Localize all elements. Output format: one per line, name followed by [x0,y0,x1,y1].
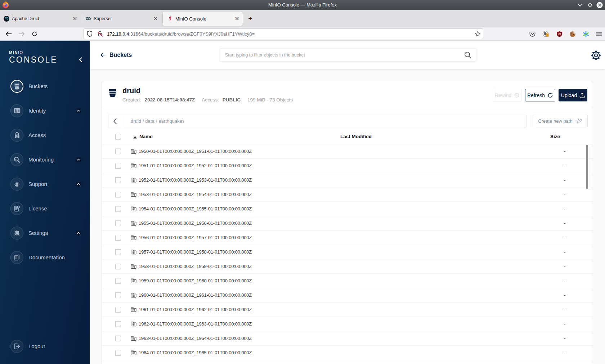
sidebar-item-logout[interactable]: Logout [0,338,90,355]
object-name[interactable]: 1954-01-01T00:00:00.000Z_1955-01-01T00:0… [139,202,252,216]
sidebar-item-buckets[interactable]: Buckets [0,78,90,95]
table-scrollbar-thumb[interactable] [586,145,588,189]
row-checkbox[interactable] [115,321,121,327]
sidebar-item-license[interactable]: License [0,200,90,217]
rewind-button[interactable]: Rewind [493,89,522,101]
table-row[interactable]: 1950-01-01T00:00:00.000Z_1951-01-01T00:0… [102,144,593,159]
row-checkbox[interactable] [115,278,121,284]
select-all-checkbox[interactable] [115,134,121,140]
row-checkbox[interactable] [115,163,121,169]
refresh-button[interactable]: Refresh [525,89,555,101]
column-header-size[interactable]: Size [550,134,560,139]
object-name[interactable]: 1959-01-01T00:00:00.000Z_1960-01-01T00:0… [139,274,252,288]
table-row[interactable]: 1962-01-01T00:00:00.000Z_1963-01-01T00:0… [102,317,593,331]
sidebar-item-label: Documentation [28,249,65,266]
row-checkbox[interactable] [115,249,121,255]
sort-ascending-icon[interactable] [133,136,137,138]
folder-object-icon [131,307,136,312]
table-row[interactable]: 1958-01-01T00:00:00.000Z_1959-01-01T00:0… [102,259,593,274]
upload-button[interactable]: Upload [559,89,587,101]
table-row[interactable]: 1951-01-01T00:00:00.000Z_1952-01-01T00:0… [102,159,593,173]
ublock-extension-icon[interactable]: uO [556,31,563,37]
object-name[interactable]: 1964-01-01T00:00:00.000Z_1965-01-01T00:0… [139,346,252,360]
sidebar-collapse-icon[interactable] [77,56,84,63]
sidebar-item-support[interactable]: Support [0,176,90,193]
back-button[interactable] [4,29,14,39]
table-row[interactable]: 1952-01-01T00:00:00.000Z_1953-01-01T00:0… [102,173,593,187]
url-bar[interactable]: 172.18.0.4:31664/buckets/druid/browse/ZG… [83,28,483,39]
row-checkbox[interactable] [115,192,121,197]
cookie-extension-icon[interactable] [569,31,576,37]
table-row[interactable]: 1959-01-01T00:00:00.000Z_1960-01-01T00:0… [102,274,593,288]
object-name[interactable]: 1950-01-01T00:00:00.000Z_1951-01-01T00:0… [139,144,252,159]
tab-minio-console[interactable]: MinIO Console ✕ [163,12,243,26]
table-row[interactable]: 1963-01-01T00:00:00.000Z_1964-01-01T00:0… [102,331,593,346]
object-name[interactable]: 1963-01-01T00:00:00.000Z_1964-01-01T00:0… [139,331,252,346]
row-checkbox[interactable] [115,264,121,269]
colorful-asterisk-extension-icon[interactable] [583,31,589,37]
object-name[interactable]: 1958-01-01T00:00:00.000Z_1959-01-01T00:0… [139,259,252,274]
object-name[interactable]: 1960-01-01T00:00:00.000Z_1961-01-01T00:0… [139,288,252,302]
row-checkbox[interactable] [115,235,121,241]
table-row[interactable]: 1960-01-01T00:00:00.000Z_1961-01-01T00:0… [102,288,593,302]
breadcrumb-path[interactable]: druid / data / earthquakes [131,119,185,124]
sidebar-item-access[interactable]: Access [0,127,90,144]
window-close-icon[interactable] [596,2,603,8]
column-header-last-modified[interactable]: Last Modified [340,134,372,139]
chevron-up-icon[interactable] [76,157,81,162]
column-header-name[interactable]: Name [139,134,153,139]
row-checkbox[interactable] [115,177,121,183]
console-settings-gear-icon[interactable] [591,51,601,60]
object-name[interactable]: 1951-01-01T00:00:00.000Z_1952-01-01T00:0… [139,159,252,173]
tab-superset[interactable]: Superset ✕ [81,10,161,27]
window-maximize-icon[interactable] [587,2,593,8]
tab-close-icon[interactable]: ✕ [233,15,241,22]
object-name[interactable]: 1953-01-01T00:00:00.000Z_1954-01-01T00:0… [139,187,252,202]
table-row[interactable]: 1955-01-01T00:00:00.000Z_1956-01-01T00:0… [102,216,593,231]
create-new-path-button[interactable]: Create new path [533,115,588,127]
table-row[interactable]: 1953-01-01T00:00:00.000Z_1954-01-01T00:0… [102,187,593,202]
tab-close-icon[interactable]: ✕ [151,15,160,22]
chevron-up-icon[interactable] [76,108,81,113]
row-checkbox[interactable] [115,220,121,226]
object-name[interactable]: 1956-01-01T00:00:00.000Z_1957-01-01T00:0… [139,231,252,245]
sidebar-item-monitoring[interactable]: Monitoring [0,151,90,168]
row-checkbox[interactable] [115,307,121,313]
tab-close-icon[interactable]: ✕ [71,15,79,22]
new-tab-button[interactable]: + [246,14,255,23]
table-row[interactable]: 1956-01-01T00:00:00.000Z_1957-01-01T00:0… [102,231,593,245]
sidebar-item-documentation[interactable]: Documentation [0,249,90,266]
filter-objects-input[interactable] [225,53,464,58]
chevron-up-icon[interactable] [76,231,81,236]
object-size: - [559,144,570,159]
object-name[interactable]: 1955-01-01T00:00:00.000Z_1956-01-01T00:0… [139,216,252,231]
window-minimize-icon[interactable] [577,2,583,8]
object-name[interactable]: 1957-01-01T00:00:00.000Z_1958-01-01T00:0… [139,245,252,259]
sidebar-item-identity[interactable]: Identity [0,102,90,119]
row-checkbox[interactable] [115,149,121,154]
table-row[interactable]: 1964-01-01T00:00:00.000Z_1965-01-01T00:0… [102,346,593,360]
row-checkbox[interactable] [115,292,121,298]
chevron-up-icon[interactable] [76,182,81,187]
reload-button[interactable] [30,29,40,39]
object-name[interactable]: 1962-01-01T00:00:00.000Z_1963-01-01T00:0… [139,317,252,331]
row-checkbox[interactable] [115,206,121,212]
row-checkbox[interactable] [115,350,121,356]
tab-apache-druid[interactable]: Apache Druid ✕ [0,10,81,27]
sidebar-item-settings[interactable]: Settings [0,224,90,242]
row-checkbox[interactable] [115,336,121,341]
breadcrumb-back-icon[interactable] [108,115,122,127]
table-row[interactable]: 1961-01-01T00:00:00.000Z_1962-01-01T00:0… [102,302,593,317]
object-name[interactable]: 1952-01-01T00:00:00.000Z_1953-01-01T00:0… [139,173,252,187]
tracking-shield-icon[interactable] [87,31,93,37]
insecure-lock-icon[interactable] [97,31,103,37]
table-row[interactable]: 1954-01-01T00:00:00.000Z_1955-01-01T00:0… [102,202,593,216]
bookmark-star-icon[interactable] [475,31,481,37]
table-row[interactable]: 1957-01-01T00:00:00.000Z_1958-01-01T00:0… [102,245,593,259]
menu-hamburger-icon[interactable] [596,32,602,36]
back-to-buckets[interactable]: Buckets [100,41,132,69]
forward-button[interactable] [17,29,27,39]
privacy-extension-icon[interactable] [542,31,550,38]
pocket-extension-icon[interactable] [529,31,535,37]
object-name[interactable]: 1961-01-01T00:00:00.000Z_1962-01-01T00:0… [139,302,252,317]
